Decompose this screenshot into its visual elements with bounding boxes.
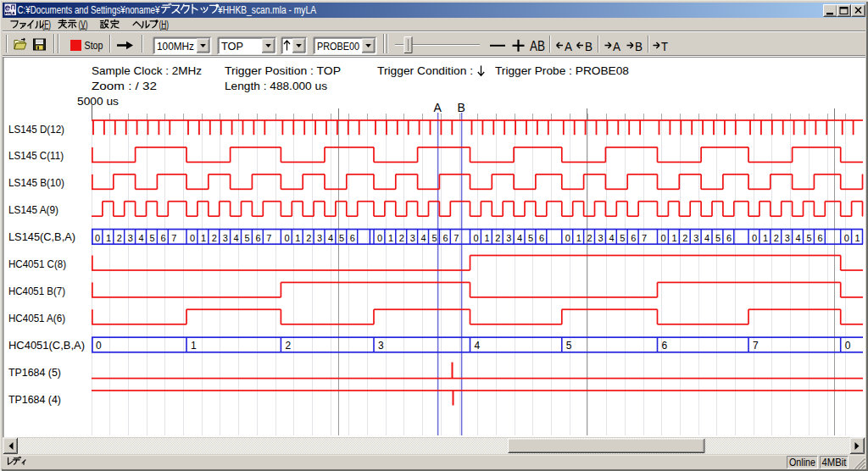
svg-text:1: 1 xyxy=(855,233,860,243)
svg-text:A: A xyxy=(565,39,572,53)
svg-text:5: 5 xyxy=(528,233,533,243)
svg-text:TP1684 (5): TP1684 (5) xyxy=(8,367,61,379)
svg-text:0: 0 xyxy=(96,340,102,352)
svg-text:T: T xyxy=(661,39,668,53)
svg-text:B: B xyxy=(635,39,643,53)
svg-text:5: 5 xyxy=(807,233,812,243)
svg-text:TOP: TOP xyxy=(221,41,243,53)
svg-text:4: 4 xyxy=(421,233,426,243)
svg-text:3: 3 xyxy=(693,233,698,243)
svg-text:3: 3 xyxy=(128,233,133,243)
svg-text:6: 6 xyxy=(817,233,822,243)
svg-text:5: 5 xyxy=(620,233,625,243)
svg-text:2: 2 xyxy=(495,233,500,243)
svg-text:PROBE00: PROBE00 xyxy=(317,41,359,53)
svg-text:C:¥Documents and Settings¥nona: C:¥Documents and Settings¥noname¥ xyxy=(18,4,160,16)
svg-text:3: 3 xyxy=(785,233,790,243)
svg-text:1: 1 xyxy=(671,233,676,243)
svg-text:6: 6 xyxy=(442,233,448,243)
svg-text:0: 0 xyxy=(752,233,757,243)
svg-text:3: 3 xyxy=(598,233,604,243)
svg-text:0: 0 xyxy=(95,233,100,243)
svg-text:3: 3 xyxy=(317,233,322,243)
svg-text:LS145 C(11): LS145 C(11) xyxy=(8,150,64,162)
svg-text:3: 3 xyxy=(223,233,228,243)
svg-text:6: 6 xyxy=(539,233,544,243)
svg-text:7: 7 xyxy=(171,233,176,243)
svg-text:2: 2 xyxy=(399,233,404,243)
svg-text:A: A xyxy=(434,101,442,114)
svg-text:6: 6 xyxy=(726,233,732,243)
svg-text:Online: Online xyxy=(789,457,815,468)
svg-text:7: 7 xyxy=(266,233,271,243)
svg-text:TP1684 (4): TP1684 (4) xyxy=(8,394,61,406)
svg-text:5: 5 xyxy=(339,233,344,243)
svg-text:6: 6 xyxy=(662,340,668,352)
svg-text:0: 0 xyxy=(844,233,849,243)
svg-text:6: 6 xyxy=(255,233,260,243)
svg-text:3: 3 xyxy=(378,340,384,352)
svg-text:0: 0 xyxy=(845,340,851,352)
svg-text:1: 1 xyxy=(388,233,393,243)
svg-text:2: 2 xyxy=(117,233,122,243)
svg-text:1: 1 xyxy=(201,233,206,243)
svg-text:Length : 488.000 us: Length : 488.000 us xyxy=(225,80,328,92)
svg-text:3: 3 xyxy=(506,233,511,243)
svg-text:0: 0 xyxy=(474,233,479,243)
svg-text:1: 1 xyxy=(763,233,768,243)
svg-text:4: 4 xyxy=(328,233,333,243)
svg-text:6: 6 xyxy=(160,233,165,243)
svg-text:7: 7 xyxy=(642,233,647,243)
svg-text:¥HHKB_scan.mla - myLA: ¥HHKB_scan.mla - myLA xyxy=(217,4,316,16)
svg-text:4: 4 xyxy=(609,233,614,243)
svg-text:1: 1 xyxy=(191,340,197,352)
svg-text:B: B xyxy=(585,39,593,53)
svg-text:1: 1 xyxy=(106,233,111,243)
svg-text:Sample Clock : 2MHz: Sample Clock : 2MHz xyxy=(92,64,202,77)
svg-text:A: A xyxy=(613,39,620,53)
svg-text:5: 5 xyxy=(245,233,250,243)
svg-text:Stop: Stop xyxy=(85,39,103,52)
svg-text:2: 2 xyxy=(682,233,687,243)
svg-text:2: 2 xyxy=(774,233,779,243)
svg-text:(V): (V) xyxy=(79,19,88,30)
svg-text:1: 1 xyxy=(576,233,581,243)
svg-text:(F): (F) xyxy=(42,19,52,30)
svg-text:5: 5 xyxy=(566,340,572,352)
svg-text:HC4051 B(7): HC4051 B(7) xyxy=(8,285,65,297)
svg-text:2: 2 xyxy=(306,233,311,243)
svg-text:5000 us: 5000 us xyxy=(77,96,119,108)
svg-text:2: 2 xyxy=(587,233,593,243)
svg-text:LS145 D(12): LS145 D(12) xyxy=(8,124,64,136)
svg-text:Trigger Condition :: Trigger Condition : xyxy=(377,64,473,77)
svg-text:2: 2 xyxy=(285,340,291,352)
svg-text:7: 7 xyxy=(753,340,759,352)
svg-text:1: 1 xyxy=(295,233,300,243)
svg-text:Zoom : / 32: Zoom : / 32 xyxy=(92,80,157,92)
svg-text:HC4051 A(6): HC4051 A(6) xyxy=(8,313,65,324)
svg-text:0: 0 xyxy=(284,233,289,243)
svg-text:5: 5 xyxy=(715,233,721,243)
svg-text:4: 4 xyxy=(517,233,522,243)
svg-text:0: 0 xyxy=(661,233,666,243)
svg-text:6: 6 xyxy=(350,233,355,243)
svg-text:0: 0 xyxy=(565,233,570,243)
svg-text:4: 4 xyxy=(796,233,801,243)
svg-text:Trigger Position : TOP: Trigger Position : TOP xyxy=(225,64,341,77)
svg-text:Trigger Probe : PROBE08: Trigger Probe : PROBE08 xyxy=(495,64,629,77)
svg-text:HC4051 C(8): HC4051 C(8) xyxy=(8,258,66,270)
svg-text:2: 2 xyxy=(212,233,217,243)
svg-text:4: 4 xyxy=(704,233,709,243)
svg-text:AB: AB xyxy=(530,39,545,53)
svg-text:100MHz: 100MHz xyxy=(157,41,194,53)
svg-text:0: 0 xyxy=(190,233,195,243)
svg-text:5: 5 xyxy=(150,233,155,243)
svg-text:3: 3 xyxy=(410,233,415,243)
svg-text:(H): (H) xyxy=(159,19,170,30)
svg-text:6: 6 xyxy=(631,233,636,243)
svg-text:0: 0 xyxy=(377,233,382,243)
svg-text:LS145 B(10): LS145 B(10) xyxy=(8,177,64,189)
svg-text:LS145 A(9): LS145 A(9) xyxy=(8,204,58,216)
svg-text:B: B xyxy=(458,101,465,114)
svg-text:5: 5 xyxy=(432,233,437,243)
